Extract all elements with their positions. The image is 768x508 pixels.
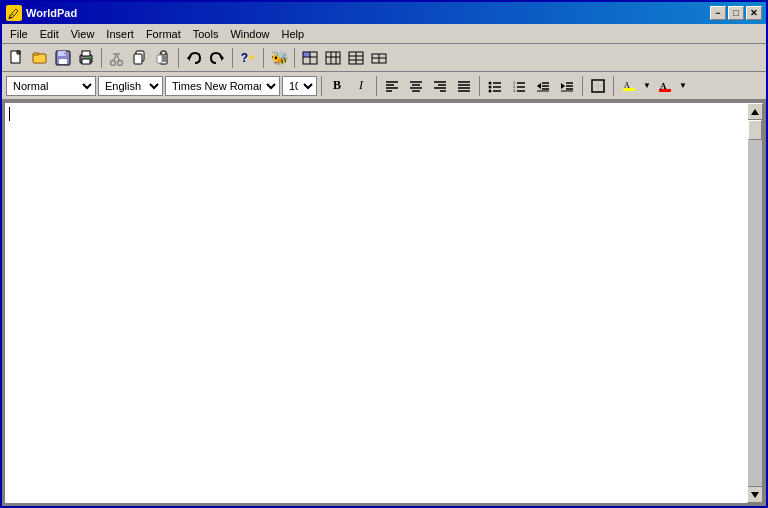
document-area: [2, 100, 766, 506]
svg-point-13: [89, 56, 91, 58]
table-btn4[interactable]: [368, 47, 390, 69]
title-bar: 🖊 WorldPad − □ ✕: [2, 2, 766, 24]
table-btn3[interactable]: [345, 47, 367, 69]
svg-rect-5: [33, 53, 39, 55]
fmt-sep5: [613, 76, 614, 96]
highlight-dropdown[interactable]: ▼: [642, 75, 652, 97]
scroll-thumb[interactable]: [748, 120, 762, 140]
scroll-track[interactable]: [748, 120, 762, 486]
open-button[interactable]: [29, 47, 51, 69]
save-button[interactable]: [52, 47, 74, 69]
spellcheck-button[interactable]: 🐝: [268, 47, 290, 69]
sep4: [263, 48, 264, 68]
svg-marker-89: [751, 109, 759, 115]
svg-marker-77: [561, 83, 565, 89]
cut-button[interactable]: [106, 47, 128, 69]
menu-file[interactable]: File: [4, 26, 34, 42]
svg-point-62: [489, 85, 492, 88]
bullet-list-button[interactable]: [484, 75, 506, 97]
table-btn1[interactable]: [299, 47, 321, 69]
sep1: [101, 48, 102, 68]
fmt-sep1: [321, 76, 322, 96]
svg-rect-9: [64, 52, 66, 55]
document-scroll: [5, 103, 747, 503]
help-button[interactable]: ?➜: [237, 47, 259, 69]
document-editor[interactable]: [5, 103, 747, 503]
svg-rect-22: [161, 51, 166, 55]
language-select[interactable]: English French German Spanish: [98, 76, 163, 96]
menu-bar: File Edit View Insert Format Tools Windo…: [2, 24, 766, 44]
print-button[interactable]: [75, 47, 97, 69]
main-window: 🖊 WorldPad − □ ✕ File Edit View Insert F…: [0, 0, 768, 508]
svg-line-17: [116, 54, 120, 61]
svg-text:🖊: 🖊: [8, 8, 19, 20]
new-button[interactable]: [6, 47, 28, 69]
highlight-button[interactable]: A: [618, 75, 640, 97]
maximize-button[interactable]: □: [728, 6, 744, 20]
svg-rect-32: [303, 52, 310, 57]
close-button[interactable]: ✕: [746, 6, 762, 20]
menu-edit[interactable]: Edit: [34, 26, 65, 42]
bold-button[interactable]: B: [326, 75, 348, 97]
indent-decrease-button[interactable]: [532, 75, 554, 97]
sep3: [232, 48, 233, 68]
window-title: WorldPad: [26, 7, 710, 19]
border-button[interactable]: [587, 75, 609, 97]
menu-tools[interactable]: Tools: [187, 26, 225, 42]
fontcolor-dropdown[interactable]: ▼: [678, 75, 688, 97]
sep5: [294, 48, 295, 68]
svg-marker-90: [751, 492, 759, 498]
svg-point-60: [489, 81, 492, 84]
svg-rect-26: [157, 55, 162, 63]
svg-rect-20: [134, 54, 142, 64]
fmt-sep3: [479, 76, 480, 96]
scroll-up-button[interactable]: [748, 104, 762, 120]
style-select[interactable]: Normal Heading 1 Heading 2 Heading 3: [6, 76, 96, 96]
app-icon: 🖊: [6, 5, 22, 21]
svg-rect-8: [59, 59, 67, 64]
align-right-button[interactable]: [429, 75, 451, 97]
menu-window[interactable]: Window: [224, 26, 275, 42]
redo-button[interactable]: [206, 47, 228, 69]
table-btn2[interactable]: [322, 47, 344, 69]
svg-point-15: [118, 60, 123, 65]
fmt-sep4: [582, 76, 583, 96]
main-toolbar: ?➜ 🐝: [2, 44, 766, 72]
svg-text:A: A: [660, 81, 667, 91]
menu-view[interactable]: View: [65, 26, 101, 42]
menu-format[interactable]: Format: [140, 26, 187, 42]
sep2: [178, 48, 179, 68]
font-select[interactable]: Times New Roman Arial Courier New Verdan…: [165, 76, 280, 96]
font-color-button[interactable]: A: [654, 75, 676, 97]
svg-point-14: [111, 60, 116, 65]
align-justify-button[interactable]: [453, 75, 475, 97]
svg-marker-72: [537, 83, 541, 89]
svg-rect-33: [326, 52, 340, 64]
vertical-scrollbar: [747, 103, 763, 503]
svg-point-64: [489, 89, 492, 92]
svg-rect-12: [82, 59, 90, 64]
menu-help[interactable]: Help: [276, 26, 311, 42]
size-select[interactable]: 8910 111214 161824: [282, 76, 317, 96]
text-cursor: [9, 107, 10, 121]
minimize-button[interactable]: −: [710, 6, 726, 20]
align-left-button[interactable]: [381, 75, 403, 97]
svg-marker-28: [221, 55, 224, 61]
undo-button[interactable]: [183, 47, 205, 69]
align-center-button[interactable]: [405, 75, 427, 97]
window-controls: − □ ✕: [710, 6, 762, 20]
italic-button[interactable]: I: [350, 75, 372, 97]
menu-insert[interactable]: Insert: [100, 26, 140, 42]
svg-text:A: A: [624, 81, 630, 90]
copy-button[interactable]: [129, 47, 151, 69]
svg-marker-27: [187, 55, 190, 61]
number-list-button[interactable]: 1. 2. 3.: [508, 75, 530, 97]
fmt-sep2: [376, 76, 377, 96]
svg-rect-11: [82, 51, 90, 56]
scroll-down-button[interactable]: [748, 486, 762, 502]
paste-button[interactable]: [152, 47, 174, 69]
indent-increase-button[interactable]: [556, 75, 578, 97]
format-toolbar: Normal Heading 1 Heading 2 Heading 3 Eng…: [2, 72, 766, 100]
svg-text:3.: 3.: [513, 88, 516, 93]
